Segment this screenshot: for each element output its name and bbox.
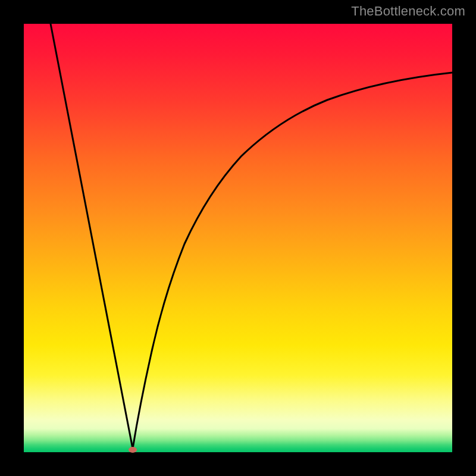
bottleneck-curve xyxy=(24,24,452,452)
chart-frame: TheBottleneck.com xyxy=(0,0,476,476)
optimal-point-marker xyxy=(129,447,137,453)
curve-right-branch xyxy=(133,73,452,449)
watermark-text: TheBottleneck.com xyxy=(351,4,465,19)
curve-left-branch xyxy=(51,24,133,449)
plot-area xyxy=(24,24,452,452)
